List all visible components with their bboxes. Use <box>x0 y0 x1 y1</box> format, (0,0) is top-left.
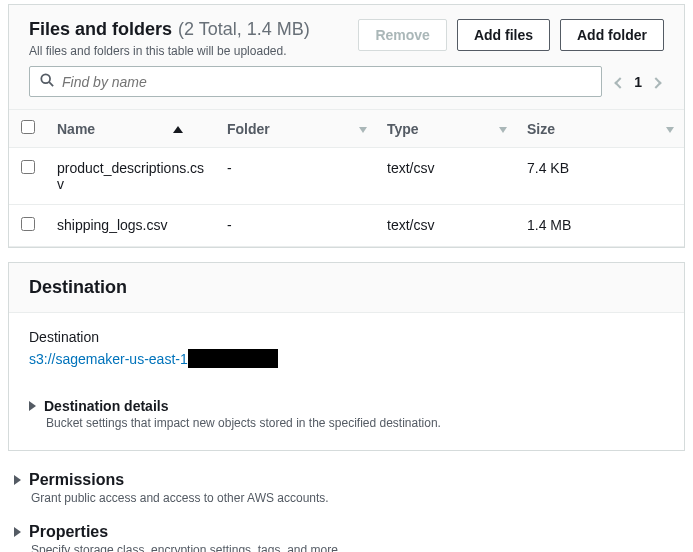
table-row[interactable]: product_descriptions.csv - text/csv 7.4 … <box>9 148 684 205</box>
search-icon <box>40 73 54 90</box>
destination-header: Destination <box>9 263 684 313</box>
column-name[interactable]: Name <box>47 110 217 148</box>
permissions-section: Permissions Grant public access and acce… <box>8 465 685 507</box>
properties-section: Properties Specify storage class, encryp… <box>8 517 685 552</box>
select-all-header[interactable] <box>9 110 47 148</box>
destination-link[interactable]: s3://sagemaker-us-east-1 <box>29 351 188 367</box>
remove-button: Remove <box>358 19 446 51</box>
properties-sub: Specify storage class, encryption settin… <box>31 543 665 552</box>
cell-size: 7.4 KB <box>517 148 684 205</box>
column-size[interactable]: Size <box>517 110 684 148</box>
add-folder-button[interactable]: Add folder <box>560 19 664 51</box>
chevron-down-icon <box>499 127 507 133</box>
files-folders-panel: Files and folders (2 Total, 1.4 MB) All … <box>8 4 685 248</box>
files-folders-actions: Remove Add files Add folder <box>358 19 664 51</box>
row-checkbox[interactable] <box>21 217 35 231</box>
destination-panel: Destination Destination s3://sagemaker-u… <box>8 262 685 451</box>
destination-details-expander[interactable]: Destination details Bucket settings that… <box>29 384 664 432</box>
properties-title: Properties <box>29 523 108 541</box>
expand-icon <box>14 527 21 537</box>
pagination: 1 <box>612 74 664 90</box>
search-box[interactable] <box>29 66 602 97</box>
cell-name: shipping_logs.csv <box>47 205 217 247</box>
column-folder[interactable]: Folder <box>217 110 377 148</box>
page-number: 1 <box>634 74 642 90</box>
properties-expander[interactable]: Properties Specify storage class, encryp… <box>8 517 685 552</box>
chevron-down-icon <box>359 127 367 133</box>
files-folders-count: (2 Total, 1.4 MB) <box>178 19 310 40</box>
svg-point-0 <box>41 74 50 83</box>
column-type[interactable]: Type <box>377 110 517 148</box>
cell-name: product_descriptions.csv <box>47 148 217 205</box>
expand-icon <box>29 401 36 411</box>
page-prev-icon <box>616 74 624 90</box>
search-input[interactable] <box>62 74 591 90</box>
cell-size: 1.4 MB <box>517 205 684 247</box>
search-pagination-row: 1 <box>9 66 684 109</box>
files-folders-header: Files and folders (2 Total, 1.4 MB) All … <box>9 5 684 66</box>
permissions-expander[interactable]: Permissions Grant public access and acce… <box>8 465 685 507</box>
select-all-checkbox[interactable] <box>21 120 35 134</box>
cell-type: text/csv <box>377 205 517 247</box>
sort-asc-icon <box>173 126 183 133</box>
files-table: Name Folder Type Size product_descriptio… <box>9 109 684 247</box>
destination-details-sub: Bucket settings that impact new objects … <box>46 416 644 430</box>
files-folders-title: Files and folders <box>29 19 172 40</box>
cell-folder: - <box>217 205 377 247</box>
chevron-down-icon <box>666 127 674 133</box>
destination-details-title: Destination details <box>44 398 168 414</box>
row-checkbox[interactable] <box>21 160 35 174</box>
permissions-sub: Grant public access and access to other … <box>31 491 665 505</box>
svg-line-1 <box>49 82 53 86</box>
expand-icon <box>14 475 21 485</box>
redacted-block <box>188 349 278 368</box>
page-next-icon[interactable] <box>652 74 660 90</box>
files-folders-subtitle: All files and folders in this table will… <box>29 44 310 58</box>
table-row[interactable]: shipping_logs.csv - text/csv 1.4 MB <box>9 205 684 247</box>
cell-folder: - <box>217 148 377 205</box>
destination-label: Destination <box>29 329 664 345</box>
add-files-button[interactable]: Add files <box>457 19 550 51</box>
permissions-title: Permissions <box>29 471 124 489</box>
cell-type: text/csv <box>377 148 517 205</box>
